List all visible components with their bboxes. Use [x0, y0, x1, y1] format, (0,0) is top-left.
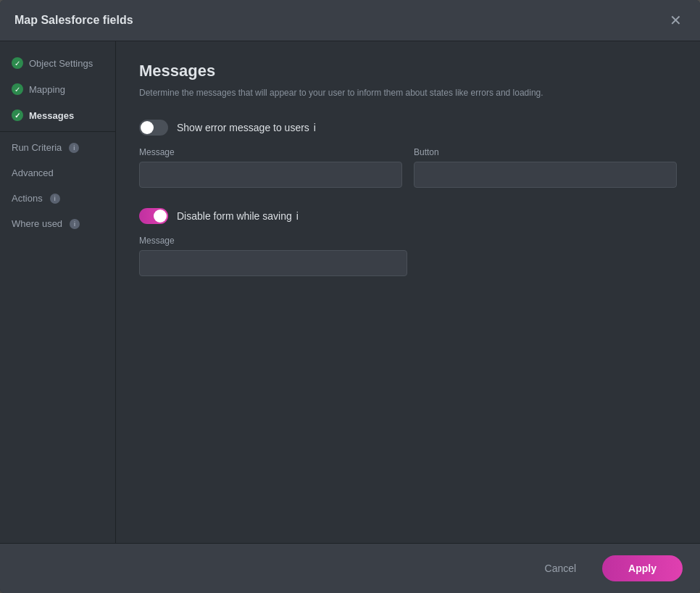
disable-form-section: Disable form while saving i Message — [139, 208, 677, 276]
sidebar-item-label: Object Settings — [29, 58, 93, 69]
message-field-group: Message — [139, 147, 402, 188]
sidebar: ✓ Object Settings ✓ Mapping ✓ Messages R… — [0, 41, 116, 543]
disable-form-label: Disable form while saving i — [177, 210, 299, 222]
sidebar-item-label: Mapping — [29, 84, 65, 95]
button-input[interactable] — [414, 162, 677, 188]
sidebar-item-actions[interactable]: Actions i — [0, 186, 115, 211]
sidebar-item-advanced[interactable]: Advanced — [0, 160, 115, 186]
message-label: Message — [139, 147, 402, 157]
info-icon: i — [69, 143, 79, 153]
sidebar-item-label: Where used — [12, 218, 62, 229]
sidebar-item-where-used[interactable]: Where used i — [0, 211, 115, 236]
close-button[interactable]: ✕ — [665, 10, 686, 30]
show-error-toggle-row: Show error message to users i — [139, 120, 677, 136]
disable-message-input[interactable] — [139, 250, 407, 276]
show-error-fields: Message Button — [139, 147, 677, 188]
sidebar-item-label: Advanced — [12, 167, 54, 178]
message-input[interactable] — [139, 162, 402, 188]
main-content: Messages Determine the messages that wil… — [116, 41, 700, 543]
sidebar-item-messages[interactable]: ✓ Messages — [0, 102, 115, 128]
page-title: Messages — [139, 62, 677, 80]
info-icon: i — [50, 194, 60, 204]
button-field-group: Button — [414, 147, 677, 188]
disable-message-label: Message — [139, 236, 407, 246]
cancel-button[interactable]: Cancel — [528, 555, 594, 581]
show-error-label: Show error message to users i — [177, 122, 316, 133]
check-icon: ✓ — [12, 83, 23, 95]
modal-footer: Cancel Apply — [0, 543, 700, 593]
sidebar-item-mapping[interactable]: ✓ Mapping — [0, 76, 115, 102]
modal-header: Map Salesforce fields ✕ — [0, 0, 700, 41]
show-error-section: Show error message to users i Message Bu… — [139, 120, 677, 188]
check-icon: ✓ — [12, 57, 23, 69]
info-icon: i — [70, 219, 80, 229]
disable-form-toggle[interactable] — [139, 208, 168, 224]
sidebar-item-label: Actions — [12, 193, 43, 204]
button-label: Button — [414, 147, 677, 157]
info-icon: i — [296, 210, 299, 222]
sidebar-item-label: Run Criteria — [12, 142, 62, 153]
modal-title: Map Salesforce fields — [14, 14, 133, 27]
info-icon: i — [314, 122, 316, 133]
check-icon: ✓ — [12, 109, 23, 121]
modal-body: ✓ Object Settings ✓ Mapping ✓ Messages R… — [0, 41, 700, 543]
show-error-toggle[interactable] — [139, 120, 168, 136]
disable-form-fields: Message — [139, 236, 677, 276]
close-icon: ✕ — [670, 12, 682, 29]
sidebar-divider — [0, 131, 115, 132]
page-description: Determine the messages that will appear … — [139, 86, 677, 99]
disable-form-toggle-row: Disable form while saving i — [139, 208, 677, 224]
disable-message-field-group: Message — [139, 236, 407, 276]
sidebar-item-run-criteria[interactable]: Run Criteria i — [0, 135, 115, 160]
apply-button[interactable]: Apply — [602, 555, 683, 581]
sidebar-item-object-settings[interactable]: ✓ Object Settings — [0, 50, 115, 76]
modal: Map Salesforce fields ✕ ✓ Object Setting… — [0, 0, 700, 593]
sidebar-item-label: Messages — [29, 110, 74, 121]
